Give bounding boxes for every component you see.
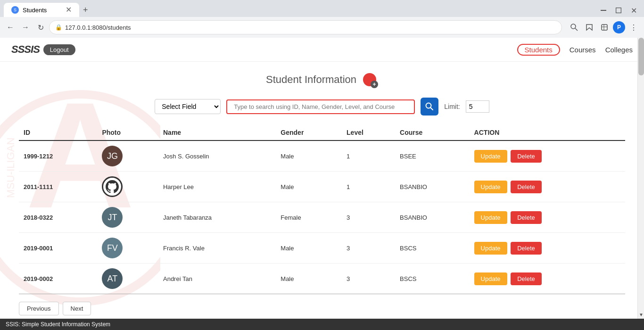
limit-input[interactable] bbox=[466, 100, 489, 113]
photo-cell: JT bbox=[97, 202, 158, 233]
app-header: SSSIS Logout Students Courses Colleges bbox=[0, 38, 644, 62]
delete-button[interactable]: Delete bbox=[511, 150, 542, 163]
photo-avatar: AT bbox=[102, 268, 123, 289]
student-name: Josh S. Gosselin bbox=[158, 140, 276, 172]
student-gender: Male bbox=[276, 172, 342, 202]
update-button[interactable]: Update bbox=[474, 272, 507, 285]
student-name: Andrei Tan bbox=[158, 264, 276, 294]
student-id: 2018-0322 bbox=[19, 202, 97, 233]
lock-icon: 🔒 bbox=[55, 24, 62, 31]
student-id: 2011-1111 bbox=[19, 172, 97, 202]
student-level: 3 bbox=[342, 233, 395, 264]
add-student-button[interactable]: + bbox=[361, 71, 378, 88]
tab-close-button[interactable]: ✕ bbox=[66, 6, 72, 14]
back-button[interactable]: ← bbox=[4, 21, 17, 34]
photo-avatar bbox=[102, 176, 123, 197]
logout-button[interactable]: Logout bbox=[43, 44, 75, 55]
student-course: BSANBIO bbox=[395, 202, 470, 233]
col-gender: Gender bbox=[276, 125, 342, 140]
field-select[interactable]: Select Field ID Name Gender Level Course bbox=[155, 99, 221, 114]
nav-links: Students Courses Colleges bbox=[517, 44, 633, 56]
student-gender: Male bbox=[276, 140, 342, 172]
photo-avatar: JG bbox=[102, 146, 123, 166]
student-course: BSCS bbox=[395, 264, 470, 294]
svg-rect-1 bbox=[616, 8, 621, 13]
student-gender: Male bbox=[276, 233, 342, 264]
active-tab[interactable]: S Students ✕ bbox=[4, 3, 79, 17]
extensions-button[interactable] bbox=[598, 21, 611, 34]
col-level: Level bbox=[342, 125, 395, 140]
delete-button[interactable]: Delete bbox=[511, 242, 542, 255]
photo-cell: FV bbox=[97, 233, 158, 264]
update-button[interactable]: Update bbox=[474, 150, 507, 163]
student-level: 1 bbox=[342, 172, 395, 202]
menu-button[interactable]: ⋮ bbox=[627, 21, 640, 34]
page-title: Student Information bbox=[266, 74, 356, 86]
previous-button[interactable]: Previous bbox=[19, 302, 59, 315]
table-row: 2019-0001 FV Francis R. Vale Male 3 BSCS… bbox=[19, 233, 625, 264]
nav-students[interactable]: Students bbox=[517, 44, 560, 56]
new-tab-button[interactable]: + bbox=[79, 3, 92, 17]
close-button[interactable]: ✕ bbox=[627, 6, 640, 15]
app-logo: SSSIS bbox=[11, 43, 40, 56]
maximize-button[interactable] bbox=[612, 6, 625, 15]
update-button[interactable]: Update bbox=[474, 211, 507, 224]
table-row: 1999-1212 JG Josh S. Gosselin Male 1 BSE… bbox=[19, 140, 625, 172]
search-button[interactable] bbox=[421, 98, 438, 116]
nav-courses[interactable]: Courses bbox=[570, 46, 596, 54]
pagination-row: Previous Next bbox=[19, 294, 625, 319]
delete-button[interactable]: Delete bbox=[511, 272, 542, 285]
status-text: SSIS: Simple Student Information System bbox=[6, 321, 110, 328]
student-gender: Female bbox=[276, 202, 342, 233]
student-course: BSEE bbox=[395, 140, 470, 172]
bookmark-button[interactable] bbox=[583, 21, 596, 34]
main-content: Student Information + Select Field ID Na… bbox=[0, 62, 644, 319]
tab-favicon: S bbox=[11, 6, 19, 14]
table-header-row: ID Photo Name Gender Level Course ACTION bbox=[19, 125, 625, 140]
table-row: 2018-0322 JT Janeth Tabaranza Female 3 B… bbox=[19, 202, 625, 233]
student-course: BSANBIO bbox=[395, 172, 470, 202]
svg-line-3 bbox=[575, 28, 578, 31]
col-name: Name bbox=[158, 125, 276, 140]
svg-line-12 bbox=[431, 108, 433, 110]
student-level: 1 bbox=[342, 140, 395, 172]
search-input[interactable] bbox=[226, 99, 415, 114]
students-table: ID Photo Name Gender Level Course ACTION… bbox=[19, 125, 625, 294]
update-button[interactable]: Update bbox=[474, 242, 507, 255]
update-button[interactable]: Update bbox=[474, 181, 507, 193]
zoom-button[interactable] bbox=[568, 21, 581, 34]
profile-avatar[interactable]: P bbox=[613, 21, 625, 33]
student-name: Janeth Tabaranza bbox=[158, 202, 276, 233]
col-photo: Photo bbox=[97, 125, 158, 140]
next-button[interactable]: Next bbox=[63, 302, 91, 315]
forward-button[interactable]: → bbox=[19, 21, 32, 34]
photo-avatar: JT bbox=[102, 207, 123, 228]
plus-badge: + bbox=[371, 81, 378, 88]
student-level: 3 bbox=[342, 202, 395, 233]
photo-avatar: FV bbox=[102, 238, 123, 258]
table-row: 2019-0002 AT Andrei Tan Male 3 BSCS Upda… bbox=[19, 264, 625, 294]
svg-marker-4 bbox=[586, 25, 592, 30]
action-cell: Update Delete bbox=[470, 264, 625, 294]
student-name: Francis R. Vale bbox=[158, 233, 276, 264]
address-box[interactable]: 🔒 127.0.0.1:8080/students bbox=[49, 20, 562, 34]
reload-button[interactable]: ↻ bbox=[34, 21, 47, 34]
tab-title: Students bbox=[23, 7, 47, 14]
action-cell: Update Delete bbox=[470, 233, 625, 264]
address-bar-row: ← → ↻ 🔒 127.0.0.1:8080/students P ⋮ bbox=[0, 17, 644, 38]
delete-button[interactable]: Delete bbox=[511, 181, 542, 193]
svg-rect-0 bbox=[601, 10, 606, 11]
action-cell: Update Delete bbox=[470, 172, 625, 202]
svg-point-2 bbox=[571, 24, 576, 29]
window-controls: ✕ bbox=[597, 6, 640, 17]
col-action: ACTION bbox=[470, 125, 625, 140]
status-bar: SSIS: Simple Student Information System bbox=[0, 319, 644, 330]
browser-actions: P ⋮ bbox=[568, 21, 640, 34]
minimize-button[interactable] bbox=[597, 6, 610, 15]
delete-button[interactable]: Delete bbox=[511, 211, 542, 224]
student-id: 2019-0001 bbox=[19, 233, 97, 264]
student-course: BSCS bbox=[395, 233, 470, 264]
photo-cell bbox=[97, 172, 158, 202]
nav-colleges[interactable]: Colleges bbox=[605, 46, 633, 54]
col-id: ID bbox=[19, 125, 97, 140]
